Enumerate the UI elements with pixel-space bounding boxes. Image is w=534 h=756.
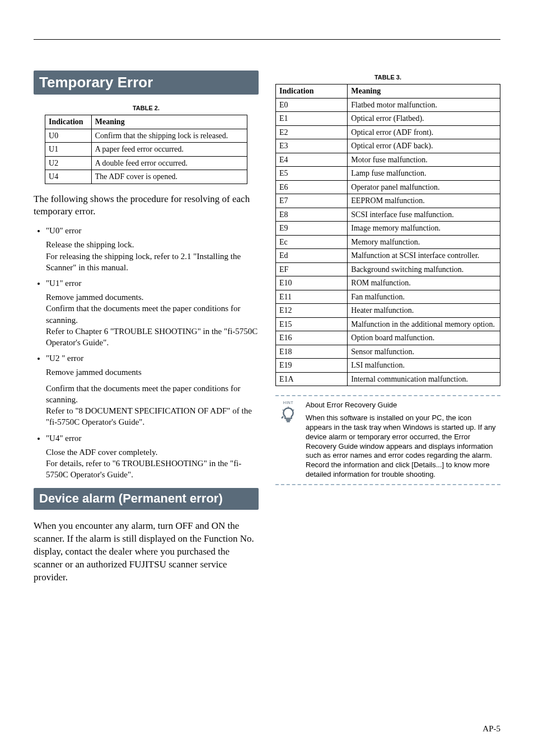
right-column: TABLE 3. Indication Meaning E0Flatbed mo… [275,71,500,591]
table-row: U4 The ADF cover is opened. [45,170,247,184]
error-item-u0: "U0" error Release the shipping lock. Fo… [46,226,259,273]
error-title: "U0" error [46,226,81,235]
table3-mean: Memory malfunction. [348,235,500,249]
table3-ind: Ec [276,235,348,249]
table3-ind: E0 [276,98,348,112]
table2-ind: U2 [45,156,92,170]
table3-mean: Malfunction at SCSI interface controller… [348,249,500,263]
table-row: E16Option board malfunction. [276,331,500,345]
table3-mean: Optical error (ADF back). [348,139,500,153]
error-detail: Close the ADF cover completely. For deta… [46,447,259,481]
left-column: Temporary Error TABLE 2. Indication Mean… [34,71,259,591]
table3-ind: E8 [276,208,348,222]
table3-header-indication: Indication [276,84,348,98]
table-row: E7EEPROM malfunction. [276,194,500,208]
table3-mean: SCSI interface fuse malfunction. [348,208,500,222]
table3-mean: Optical error (ADF front). [348,125,500,139]
table-row: E19LSI malfunction. [276,359,500,373]
table2-mean: The ADF cover is opened. [91,170,247,184]
table3-ind: E19 [276,359,348,373]
hint-divider-bottom [275,484,500,485]
table3-ind: E1A [276,372,348,386]
error-title: "U1" error [46,279,81,288]
table2-caption: TABLE 2. [34,105,259,111]
table3-ind: EF [276,262,348,276]
table3-mean: Sensor malfunction. [348,345,500,359]
table-row: E10ROM malfunction. [276,276,500,290]
table3-mean: ROM malfunction. [348,276,500,290]
table-row: U0 Confirm that the shipping lock is rel… [45,129,247,143]
table-row: E1AInternal communication malfunction. [276,372,500,386]
table-row: E0Flatbed motor malfunction. [276,98,500,112]
table3-mean: Internal communication malfunction. [348,372,500,386]
table-row: E12Heater malfunction. [276,304,500,318]
table3-mean: LSI malfunction. [348,359,500,373]
table3-ind: E1 [276,112,348,126]
page-number: AP-5 [483,724,500,734]
table-row: E6Operator panel malfunction. [276,180,500,194]
table2-ind: U4 [45,170,92,184]
heading-temporary-error: Temporary Error [34,71,259,95]
table-row: EdMalfunction at SCSI interface controll… [276,249,500,263]
table3-mean: Option board malfunction. [348,331,500,345]
table-row: E2Optical error (ADF front). [276,125,500,139]
table3: Indication Meaning E0Flatbed motor malfu… [275,84,500,386]
table3-ind: E16 [276,331,348,345]
error-title: "U2 " error [46,354,83,363]
table-row: E3Optical error (ADF back). [276,139,500,153]
table3-ind: E6 [276,180,348,194]
table-row: E8SCSI interface fuse malfunction. [276,208,500,222]
table3-mean: Optical error (Flatbed). [348,112,500,126]
table3-mean: Operator panel malfunction. [348,180,500,194]
table3-ind: E11 [276,290,348,304]
table3-mean: Image memory malfunction. [348,222,500,236]
alarm-paragraph: When you encounter any alarm, turn OFF a… [34,520,259,584]
table3-header-meaning: Meaning [348,84,500,98]
error-title: "U4" error [46,434,81,443]
error-list: "U0" error Release the shipping lock. Fo… [34,226,259,480]
table3-mean: Heater malfunction. [348,304,500,318]
error-item-u1: "U1" error Remove jammed documents. Conf… [46,279,259,348]
table3-mean: Malfunction in the additional memory opt… [348,317,500,331]
table3-caption: TABLE 3. [275,74,500,81]
table2-ind: U0 [45,129,92,143]
table3-ind: E18 [276,345,348,359]
table3-mean: Motor fuse malfunction. [348,153,500,167]
table3-ind: E5 [276,167,348,181]
table-row: U1 A paper feed error occurred. [45,143,247,157]
table-row: U2 A double feed error occurred. [45,156,247,170]
hint-icon: HINT [277,401,300,425]
table-row: E15Malfunction in the additional memory … [276,317,500,331]
table3-ind: E15 [276,317,348,331]
table3-ind: E2 [276,125,348,139]
hint-label: HINT [283,401,293,405]
table2: Indication Meaning U0 Confirm that the s… [45,115,247,184]
table3-ind: E12 [276,304,348,318]
error-item-u4: "U4" error Close the ADF cover completel… [46,434,259,481]
table2-mean: A double feed error occurred. [91,156,247,170]
table3-ind: Ed [276,249,348,263]
table3-ind: E7 [276,194,348,208]
table-row: E1Optical error (Flatbed). [276,112,500,126]
hint-block: HINT About Error Recovery Guide When thi… [275,395,500,485]
hint-body: When this software is installed on your … [306,414,499,480]
table-row: E18Sensor malfunction. [276,345,500,359]
table-row: E4Motor fuse malfunction. [276,153,500,167]
table2-mean: Confirm that the shipping lock is releas… [91,129,247,143]
table2-header-indication: Indication [45,115,92,129]
table3-mean: Flatbed motor malfunction. [348,98,500,112]
table2-ind: U1 [45,143,92,157]
table3-mean: Fan malfunction. [348,290,500,304]
error-detail: Confirm that the documents meet the pape… [46,383,259,428]
table2-mean: A paper feed error occurred. [91,143,247,157]
table-row: E11Fan malfunction. [276,290,500,304]
top-rule [34,39,500,40]
table-row: EFBackground switching malfunction. [276,262,500,276]
table3-ind: E3 [276,139,348,153]
table3-mean: Lamp fuse malfunction. [348,167,500,181]
table3-ind: E4 [276,153,348,167]
hint-text: About Error Recovery Guide When this sof… [306,401,499,480]
table-row: EcMemory malfunction. [276,235,500,249]
table-row: E9Image memory malfunction. [276,222,500,236]
table3-mean: Background switching malfunction. [348,262,500,276]
